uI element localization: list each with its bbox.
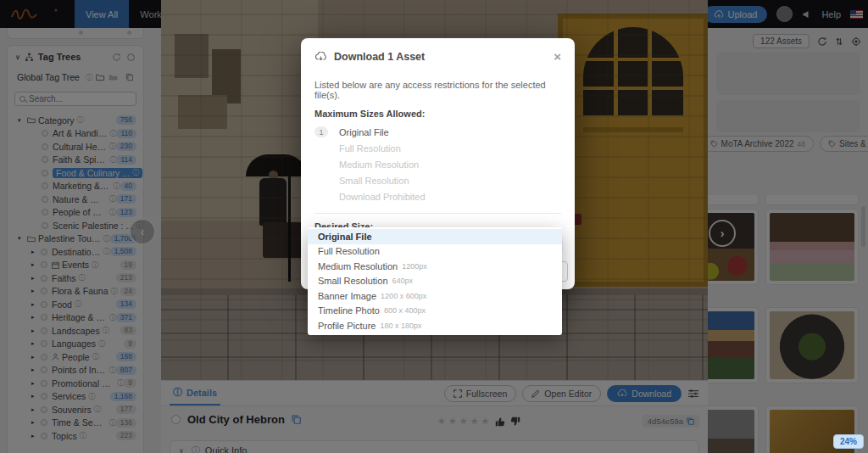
radio-icon[interactable] <box>41 314 47 321</box>
radio-icon[interactable] <box>41 406 47 413</box>
tag-tree-item[interactable]: ▸Languagesⓘ9 <box>8 338 143 351</box>
radio-icon[interactable] <box>41 261 47 268</box>
sort-icon[interactable] <box>835 36 843 47</box>
filter-pill[interactable]: MoTA Archive 202248 <box>702 136 814 152</box>
radio-icon[interactable] <box>42 143 48 150</box>
star-icon[interactable]: ★ <box>470 416 479 427</box>
tag-tree-item[interactable]: ▸Eventsⓘ19 <box>8 259 143 272</box>
tag-tree-item[interactable]: ▾Palestine Tourism M...ⓘ1,706 <box>8 232 143 246</box>
dropdown-option[interactable]: Full Resolution <box>308 244 562 260</box>
radio-icon[interactable] <box>41 419 47 426</box>
asset-card[interactable] <box>765 307 859 383</box>
twisty-icon[interactable]: ▸ <box>31 261 41 268</box>
collapse-chevron-icon[interactable]: ∨ <box>15 53 20 61</box>
dropdown-option[interactable]: Banner Image1200 x 600px <box>308 288 562 304</box>
twisty-icon[interactable]: ▸ <box>31 433 41 439</box>
asset-card[interactable] <box>765 209 859 285</box>
tag-tree-item[interactable]: ▾Categoryⓘ756 <box>8 114 143 127</box>
view-settings-icon[interactable] <box>851 36 861 47</box>
star-rating[interactable]: ★★★★★ <box>437 416 489 427</box>
tag-tree-item[interactable]: ▸Faithsⓘ213 <box>8 271 143 285</box>
tag-tree-item[interactable]: Nature & Wildlife ...ⓘ171 <box>8 193 143 206</box>
tag-tree-item[interactable]: ▸Flora & Faunaⓘ24 <box>8 285 143 299</box>
radio-icon[interactable] <box>41 354 47 361</box>
user-avatar[interactable] <box>776 6 793 22</box>
twisty-icon[interactable]: ▸ <box>31 275 41 282</box>
collapse-chevron-icon[interactable]: ∨ <box>179 447 184 453</box>
tag-tree-item[interactable]: Art & Handicrafts:...ⓘ110 <box>8 127 143 141</box>
star-icon[interactable]: ★ <box>459 416 468 427</box>
twisty-icon[interactable]: ▸ <box>31 406 41 413</box>
star-icon[interactable]: ★ <box>437 416 446 427</box>
tag-tree-item[interactable]: Scenic Palestine : ...ⓘ <box>8 219 143 232</box>
copy-title-icon[interactable] <box>292 415 301 424</box>
previous-asset-button[interactable]: ‹ <box>129 218 156 245</box>
radio-icon[interactable] <box>42 222 48 229</box>
radio-icon[interactable] <box>42 130 48 137</box>
thumbs-down-icon[interactable] <box>510 417 520 427</box>
twisty-icon[interactable]: ▸ <box>31 354 41 361</box>
settings-circle-icon[interactable] <box>126 53 136 62</box>
tag-tree-item[interactable]: ▸Destinationsⓘ1,508 <box>8 245 143 259</box>
tag-tree-item[interactable]: ▸Promotional Materialⓘ9 <box>8 377 143 390</box>
twisty-icon[interactable]: ▸ <box>31 393 41 400</box>
upload-button[interactable]: Upload <box>704 6 768 23</box>
display-options-icon[interactable] <box>687 389 699 399</box>
tag-tree-item[interactable]: ▸Servicesⓘ1,168 <box>8 390 143 404</box>
tag-tree-item[interactable]: Marketing & Infor...ⓘ40 <box>8 180 143 193</box>
thumbs-up-icon[interactable] <box>495 417 505 427</box>
tag-trees-header[interactable]: ∨ Tag Trees <box>8 46 143 68</box>
radio-icon[interactable] <box>41 327 47 334</box>
radio-icon[interactable] <box>41 249 47 255</box>
radio-icon[interactable] <box>42 182 48 189</box>
star-icon[interactable]: ★ <box>481 416 490 427</box>
announcements-icon[interactable] <box>802 9 812 20</box>
tab-details[interactable]: ⓘ Details <box>170 381 220 405</box>
download-button[interactable]: Download <box>607 385 682 402</box>
tag-tree-item[interactable]: ▸Foodⓘ134 <box>8 298 143 311</box>
twisty-icon[interactable]: ▸ <box>31 301 41 308</box>
radio-icon[interactable] <box>41 301 47 308</box>
quick-info-section[interactable]: ∨ ⓘ Quick Info <box>170 440 699 453</box>
twisty-icon[interactable]: ▸ <box>31 249 41 255</box>
tag-tree-item[interactable]: ▸Peopleⓘ168 <box>8 350 143 364</box>
radio-icon[interactable] <box>41 380 47 387</box>
search-input[interactable] <box>29 94 131 103</box>
radio-icon[interactable] <box>42 209 48 215</box>
tag-tree-item[interactable]: ▸Heritage & Cultureⓘ371 <box>8 311 143 325</box>
dropdown-option[interactable]: Original File <box>308 229 562 244</box>
copy-id-icon[interactable] <box>687 417 694 425</box>
tag-tree-item[interactable]: ▸Time & Seasonⓘ136 <box>8 417 143 430</box>
star-icon[interactable]: ★ <box>448 416 457 427</box>
twisty-icon[interactable]: ▸ <box>31 288 41 294</box>
tab-view-all[interactable]: View All <box>75 0 129 28</box>
scrollbar-thumb[interactable] <box>861 206 865 247</box>
tag-tree-item[interactable]: Cultural Heritage ...ⓘ230 <box>8 140 143 154</box>
filter-pill[interactable]: Sites & Attractions <box>820 136 868 152</box>
tag-tree-item[interactable]: Faith & Spiritualityⓘ114 <box>8 154 143 167</box>
dropdown-option[interactable]: Small Resolution640px <box>308 274 562 289</box>
fullscreen-button[interactable]: Fullscreen <box>444 385 516 402</box>
radio-icon[interactable] <box>41 275 47 282</box>
tag-tree-item[interactable]: ▸Souvenirsⓘ177 <box>8 403 143 417</box>
refresh-icon[interactable] <box>112 53 121 62</box>
select-asset-checkbox[interactable] <box>171 415 181 424</box>
close-icon[interactable]: × <box>554 50 561 63</box>
twisty-icon[interactable]: ▸ <box>31 340 41 347</box>
radio-icon[interactable] <box>41 433 47 439</box>
twisty-icon[interactable]: ▾ <box>18 235 27 242</box>
twisty-icon[interactable]: ▸ <box>31 380 41 387</box>
copy-tree-icon[interactable] <box>125 73 134 81</box>
us-flag-icon[interactable] <box>850 10 863 19</box>
radio-icon[interactable] <box>41 393 47 400</box>
radio-icon[interactable] <box>41 288 47 294</box>
radio-icon[interactable] <box>42 156 48 163</box>
refresh-icon[interactable] <box>817 36 827 47</box>
dropdown-option[interactable]: Medium Resolution1200px <box>308 259 562 274</box>
tag-tree-item[interactable]: ▸Landscapesⓘ83 <box>8 324 143 338</box>
radio-icon[interactable] <box>41 340 47 347</box>
help-link[interactable]: Help <box>821 9 841 20</box>
tag-tree-item[interactable]: ▸Points of Interestⓘ807 <box>8 364 143 378</box>
twisty-icon[interactable]: ▸ <box>31 366 41 373</box>
twisty-icon[interactable]: ▸ <box>31 327 41 334</box>
